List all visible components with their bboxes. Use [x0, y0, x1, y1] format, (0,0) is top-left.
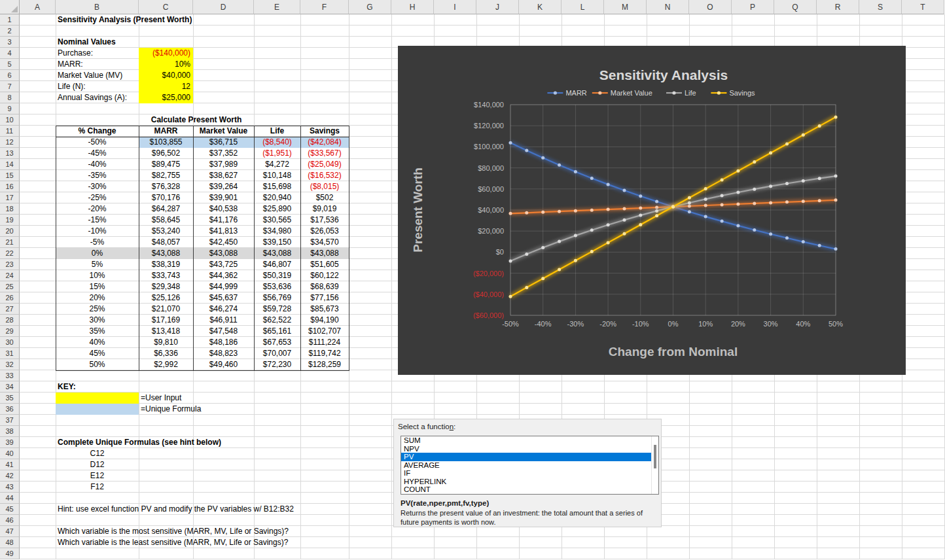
row-header-49[interactable]: 49	[0, 548, 20, 559]
table-cell[interactable]: $44,999	[193, 281, 254, 292]
row-header-20[interactable]: 20	[0, 226, 20, 237]
nominal-values-header[interactable]: Nominal Values	[56, 37, 139, 48]
table-cell[interactable]: $34,980	[254, 226, 300, 237]
row-header-34[interactable]: 34	[0, 381, 20, 393]
table-cell[interactable]: $96,502	[139, 148, 193, 159]
table-cell[interactable]: $41,813	[193, 226, 254, 237]
row-header-22[interactable]: 22	[0, 248, 20, 259]
column-header-T[interactable]: T	[902, 0, 944, 14]
nominal-value[interactable]: 12	[139, 81, 193, 92]
table-cell[interactable]: $119,742	[300, 348, 349, 359]
column-header-O[interactable]: O	[689, 0, 732, 14]
question-text[interactable]: Which variable is the most sensitive (MA…	[56, 526, 139, 537]
table-cell[interactable]: $40,538	[193, 203, 254, 215]
sheet-title[interactable]: Sensitivity Analysis (Present Worth)	[56, 14, 139, 26]
table-cell[interactable]: ($33,567)	[300, 148, 349, 159]
column-header-R[interactable]: R	[817, 0, 859, 14]
table-column-header[interactable]: MARR	[139, 126, 193, 137]
row-header-9[interactable]: 9	[0, 103, 20, 114]
row-header-33[interactable]: 33	[0, 370, 20, 381]
table-cell[interactable]: ($8,015)	[300, 181, 349, 192]
select-all-corner[interactable]	[0, 0, 20, 14]
table-cell[interactable]: $39,901	[193, 192, 254, 203]
formula-cell-ref[interactable]: E12	[56, 470, 139, 481]
table-cell[interactable]: $15,698	[254, 181, 300, 192]
column-header-K[interactable]: K	[519, 0, 562, 14]
table-cell[interactable]: $77,156	[300, 292, 349, 304]
row-header-3[interactable]: 3	[0, 37, 20, 48]
table-cell[interactable]: 20%	[56, 292, 139, 304]
nominal-label[interactable]: Annual Savings (A):	[56, 92, 139, 103]
table-cell[interactable]: $17,536	[300, 215, 349, 226]
table-cell[interactable]: $70,007	[254, 348, 300, 359]
table-cell[interactable]: $33,743	[139, 270, 193, 281]
table-cell[interactable]: $26,053	[300, 226, 349, 237]
table-cell[interactable]: $43,088	[193, 248, 254, 259]
table-cell[interactable]: $89,475	[139, 159, 193, 170]
row-header-48[interactable]: 48	[0, 537, 20, 548]
column-header-B[interactable]: B	[56, 0, 139, 14]
table-column-header[interactable]: Savings	[300, 126, 349, 137]
table-cell[interactable]: -35%	[56, 170, 139, 181]
formula-cell-ref[interactable]: F12	[56, 481, 139, 493]
row-header-25[interactable]: 25	[0, 281, 20, 292]
table-cell[interactable]: $30,565	[254, 215, 300, 226]
table-cell[interactable]: $48,057	[139, 237, 193, 248]
table-cell[interactable]: -50%	[56, 137, 139, 148]
table-cell[interactable]: $58,645	[139, 215, 193, 226]
row-header-47[interactable]: 47	[0, 526, 20, 537]
row-header-5[interactable]: 5	[0, 59, 20, 70]
formula-cell-ref[interactable]: D12	[56, 459, 139, 470]
row-header-23[interactable]: 23	[0, 259, 20, 270]
table-cell[interactable]: $38,627	[193, 170, 254, 181]
row-header-24[interactable]: 24	[0, 270, 20, 281]
function-item-hyperlink[interactable]: HYPERLINK	[401, 478, 658, 486]
table-cell[interactable]: $29,348	[139, 281, 193, 292]
row-header-10[interactable]: 10	[0, 114, 20, 126]
formulas-header[interactable]: Complete Unique Formulas (see hint below…	[56, 437, 139, 448]
table-cell[interactable]: ($8,540)	[254, 137, 300, 148]
table-cell[interactable]: $72,230	[254, 359, 300, 370]
table-cell[interactable]: -10%	[56, 226, 139, 237]
table-cell[interactable]: $82,755	[139, 170, 193, 181]
table-group-header[interactable]: Calculate Present Worth	[139, 114, 254, 126]
row-header-43[interactable]: 43	[0, 481, 20, 493]
table-column-header[interactable]: Market Value	[193, 126, 254, 137]
row-header-40[interactable]: 40	[0, 448, 20, 459]
table-cell[interactable]: $46,274	[193, 304, 254, 315]
row-header-29[interactable]: 29	[0, 326, 20, 337]
table-cell[interactable]: $128,259	[300, 359, 349, 370]
row-header-13[interactable]: 13	[0, 148, 20, 159]
table-cell[interactable]: $65,161	[254, 326, 300, 337]
table-cell[interactable]: $10,148	[254, 170, 300, 181]
table-cell[interactable]: $43,088	[254, 248, 300, 259]
table-cell[interactable]: $4,272	[254, 159, 300, 170]
column-header-Q[interactable]: Q	[774, 0, 817, 14]
row-header-17[interactable]: 17	[0, 192, 20, 203]
column-header-P[interactable]: P	[732, 0, 774, 14]
table-cell[interactable]: ($25,049)	[300, 159, 349, 170]
table-cell[interactable]: $45,637	[193, 292, 254, 304]
table-cell[interactable]: -45%	[56, 148, 139, 159]
function-item-sum[interactable]: SUM	[401, 436, 658, 445]
table-cell[interactable]: $53,636	[254, 281, 300, 292]
row-header-4[interactable]: 4	[0, 48, 20, 59]
row-header-6[interactable]: 6	[0, 70, 20, 81]
table-cell[interactable]: $111,224	[300, 337, 349, 348]
table-cell[interactable]: $2,992	[139, 359, 193, 370]
nominal-value[interactable]: ($140,000)	[139, 48, 193, 59]
table-cell[interactable]: ($1,951)	[254, 148, 300, 159]
nominal-value[interactable]: $40,000	[139, 70, 193, 81]
row-header-31[interactable]: 31	[0, 348, 20, 359]
row-header-1[interactable]: 1	[0, 14, 20, 26]
row-header-45[interactable]: 45	[0, 504, 20, 515]
table-cell[interactable]: $41,176	[193, 215, 254, 226]
key-user-input-label[interactable]: =User Input	[139, 393, 193, 404]
table-cell[interactable]: $34,570	[300, 237, 349, 248]
table-cell[interactable]: $46,807	[254, 259, 300, 270]
table-cell[interactable]: $6,336	[139, 348, 193, 359]
table-column-header[interactable]: % Change	[56, 126, 139, 137]
table-cell[interactable]: $94,190	[300, 315, 349, 326]
table-cell[interactable]: $49,460	[193, 359, 254, 370]
table-cell[interactable]: $47,548	[193, 326, 254, 337]
